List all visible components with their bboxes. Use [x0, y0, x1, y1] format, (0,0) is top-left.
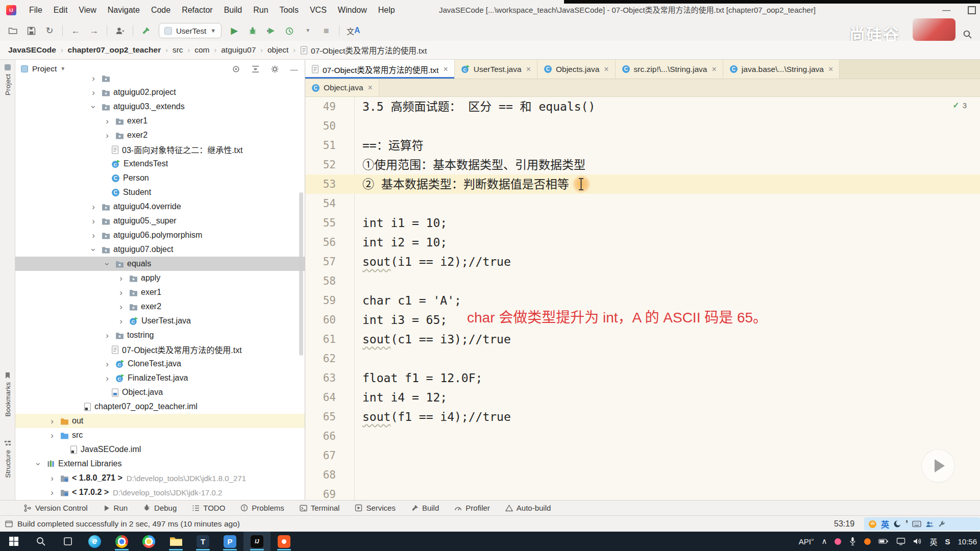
code-line[interactable]: 54 [305, 194, 980, 213]
chevron-right-icon[interactable]: › [103, 360, 111, 368]
code-line[interactable]: 57sout(i1 == i2);//true [305, 252, 980, 271]
code-line[interactable]: 50 [305, 116, 980, 136]
editor-tab[interactable]: 07-Object类及常用方法的使用.txt× [305, 60, 455, 79]
tree-item[interactable]: ›External Libraries [15, 457, 305, 471]
breadcrumb-item[interactable]: JavaSECode [7, 45, 57, 55]
code-line[interactable]: 61sout(c1 == i3);//true [305, 330, 980, 349]
code-line[interactable]: 55int i1 = 10; [305, 213, 980, 233]
chevron-right-icon[interactable]: › [103, 117, 111, 126]
tree-item[interactable]: ›CFinalizeTest.java [15, 371, 305, 385]
tree-item[interactable]: ›exer1 [15, 114, 305, 128]
microphone-icon[interactable] [849, 537, 856, 546]
tree-item[interactable]: JavaSECode.iml [15, 442, 305, 457]
tree-item[interactable]: CPerson [15, 171, 305, 185]
taskbar-clock[interactable]: 10:56 [958, 537, 977, 546]
soft-keyboard-icon[interactable] [912, 520, 921, 528]
tree-item[interactable]: 07-Object类及常用方法的使用.txt [15, 342, 305, 357]
tree-item[interactable]: ›< 17.0.2 >D:\develop_tools\JDK\jdk-17.0… [15, 485, 305, 499]
build-project-button[interactable] [140, 24, 152, 37]
toolwindow-terminal[interactable]: Terminal [300, 504, 340, 512]
tree-item[interactable]: ›atguigu02.project [15, 85, 305, 99]
breadcrumb-item[interactable]: src [172, 45, 184, 55]
tray-expand-chevron[interactable]: ∧ [821, 537, 827, 546]
menu-run[interactable]: Run [248, 6, 274, 14]
toolwindow-profiler[interactable]: Profiler [454, 504, 490, 512]
orange-app-icon[interactable] [271, 532, 298, 551]
edge-icon[interactable]: e [81, 532, 108, 551]
tree-item[interactable]: ›exer2 [15, 128, 305, 142]
ime-lang-icon[interactable]: 英 [881, 518, 889, 530]
code-line[interactable]: 69 [305, 485, 980, 500]
chevron-right-icon[interactable]: › [48, 431, 56, 440]
potplayer-icon[interactable]: P [216, 532, 243, 551]
toolwindow-version-control[interactable]: Version Control [23, 504, 88, 512]
sogou-hand-icon[interactable] [868, 520, 877, 529]
volume-icon[interactable] [913, 537, 922, 545]
ime-lang-indicator[interactable]: 英 [929, 536, 937, 547]
sogou-icon[interactable]: S [945, 537, 950, 546]
display-icon[interactable] [896, 537, 905, 545]
chevron-down-icon[interactable]: ▼ [60, 66, 65, 71]
chevron-right-icon[interactable]: › [103, 331, 111, 340]
tree-item[interactable]: ›apply [15, 271, 305, 285]
save-all-button[interactable] [26, 24, 37, 37]
chevron-right-icon[interactable]: › [103, 131, 111, 140]
profiler-button[interactable] [284, 24, 295, 37]
toolwindow-problems[interactable]: Problems [240, 504, 284, 512]
search-button[interactable] [27, 532, 54, 551]
code-line[interactable]: 63float f1 = 12.0F; [305, 368, 980, 388]
collapse-all-button[interactable] [250, 62, 261, 76]
toolwindow-services[interactable]: Services [355, 504, 396, 512]
recording-dot-icon[interactable] [864, 538, 871, 545]
menu-tools[interactable]: Tools [274, 6, 304, 14]
tree-item[interactable]: ›src [15, 428, 305, 442]
tree-item[interactable]: ›atguigu06.polymorphism [15, 228, 305, 242]
event-log-icon[interactable] [5, 520, 13, 528]
hide-panel-button[interactable]: — [288, 62, 300, 76]
code-line[interactable]: 64int i4 = 12; [305, 388, 980, 407]
chevron-right-icon[interactable]: › [89, 88, 97, 97]
chevron-down-icon[interactable]: › [103, 260, 111, 268]
code-line[interactable]: 56int i2 = 10; [305, 233, 980, 252]
maximize-button[interactable] [968, 6, 976, 14]
project-panel-title[interactable]: Project [32, 64, 57, 73]
code-line[interactable]: 493.5 高频面试题： 区分 == 和 equals() [305, 97, 980, 116]
chevron-right-icon[interactable]: › [89, 217, 97, 226]
close-icon[interactable]: × [712, 65, 716, 74]
tree-item[interactable]: ›out [15, 414, 305, 428]
toolwindow-run[interactable]: Run [103, 504, 128, 512]
menu-navigate[interactable]: Navigate [102, 6, 145, 14]
night-mode-icon[interactable] [893, 520, 901, 528]
code-line[interactable]: 67 [305, 446, 980, 465]
sidebar-tool-structure[interactable]: Structure [0, 440, 15, 478]
chevron-right-icon[interactable]: › [103, 374, 111, 383]
chevron-right-icon[interactable]: › [89, 203, 97, 211]
forward-button[interactable]: → [88, 24, 100, 37]
stop-button[interactable]: ■ [321, 24, 332, 37]
start-button[interactable] [0, 532, 27, 551]
editor-tab[interactable]: CObject.java× [305, 79, 379, 96]
chevron-right-icon[interactable]: › [89, 231, 97, 240]
tree-item[interactable]: ›exer1 [15, 285, 305, 299]
toolwindow-build[interactable]: Build [411, 504, 439, 512]
sidebar-tool-bookmarks[interactable]: Bookmarks [0, 372, 15, 417]
menu-code[interactable]: Code [145, 6, 176, 14]
tree-item[interactable]: chapter07_oop2_teacher.iml [15, 399, 305, 414]
tree-item[interactable]: 03-面向对象特征之二：继承性.txt [15, 142, 305, 157]
close-icon[interactable]: × [604, 65, 608, 74]
open-project-button[interactable] [7, 24, 18, 37]
menu-window[interactable]: Window [332, 6, 373, 14]
code-line[interactable]: 68 [305, 465, 980, 485]
tree-item[interactable]: ›atguigu07.object [15, 242, 305, 257]
battery-icon[interactable] [878, 538, 889, 544]
chevron-down-icon[interactable]: ▼ [302, 24, 313, 37]
browser-icon[interactable] [135, 532, 162, 551]
code-line[interactable]: 58 [305, 271, 980, 291]
chevron-down-icon[interactable]: › [89, 103, 97, 111]
chrome-icon[interactable] [108, 532, 135, 551]
close-icon[interactable]: × [368, 83, 373, 92]
toolwindow-auto-build[interactable]: Auto-build [505, 504, 551, 512]
breadcrumb-item[interactable]: chapter07_oop2_teacher [67, 45, 162, 55]
tree-item[interactable]: ›atguigu03._extends [15, 99, 305, 114]
tree-item[interactable]: ›exer2 [15, 299, 305, 314]
